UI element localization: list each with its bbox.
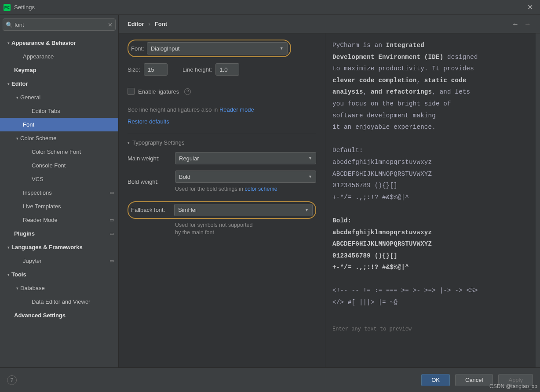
- typography-section[interactable]: ▾ Typography Settings: [128, 133, 316, 146]
- lineheight-label: Line height:: [182, 66, 212, 73]
- clear-search-icon[interactable]: ✕: [108, 22, 113, 28]
- tree-keymap[interactable]: Keymap: [0, 63, 118, 77]
- app-icon: PC: [4, 4, 11, 11]
- lineheight-input[interactable]: [215, 63, 239, 76]
- font-settings-form: Font: DialogInput▼ Size: Line height:: [119, 33, 325, 367]
- preview-text-input[interactable]: [332, 326, 529, 332]
- tree-general[interactable]: ▾General: [0, 91, 118, 104]
- bold-weight-select[interactable]: Bold▼: [175, 171, 316, 183]
- chevron-down-icon: ▾: [5, 245, 11, 250]
- project-scope-icon: ▭: [109, 190, 114, 196]
- main-weight-label: Main weight:: [128, 155, 171, 162]
- tree-appearance[interactable]: Appearance: [0, 50, 118, 63]
- tree-live-templates[interactable]: Live Templates: [0, 200, 118, 213]
- back-button[interactable]: ←: [512, 20, 519, 28]
- project-scope-icon: ▭: [109, 217, 114, 223]
- tree-inspections[interactable]: Inspections▭: [0, 186, 118, 200]
- tree-vcs[interactable]: VCS: [0, 172, 118, 186]
- restore-defaults-link[interactable]: Restore defaults: [128, 118, 316, 125]
- ligatures-checkbox[interactable]: Enable ligatures ?: [128, 88, 316, 95]
- tree-console-font[interactable]: Console Font: [0, 159, 118, 172]
- chevron-down-icon: ▼: [308, 174, 312, 179]
- chevron-down-icon: ▼: [305, 208, 309, 212]
- search-box: 🔍 ✕: [3, 18, 116, 31]
- color-scheme-link[interactable]: color scheme: [244, 186, 277, 192]
- fallback-hint: Used for symbols not supported by the ma…: [175, 221, 316, 237]
- chevron-down-icon: ▾: [14, 95, 20, 100]
- chevron-down-icon: ▾: [5, 272, 11, 277]
- tree-jupyter[interactable]: Jupyter▭: [0, 254, 118, 268]
- breadcrumb-leaf: Font: [155, 21, 167, 27]
- chevron-down-icon: ▾: [5, 41, 11, 45]
- breadcrumb: Editor › Font ← →: [119, 15, 540, 33]
- help-icon[interactable]: ?: [184, 88, 191, 95]
- tree-data-editor-viewer[interactable]: Data Editor and Viewer: [0, 295, 118, 309]
- tree-font[interactable]: Font: [0, 118, 118, 131]
- font-preview: PyCharm is an Integrated Development Env…: [325, 33, 540, 367]
- reader-mode-link[interactable]: Reader mode: [219, 106, 254, 113]
- help-button[interactable]: ?: [7, 375, 17, 385]
- chevron-down-icon: ▼: [308, 156, 312, 160]
- apply-button: Apply: [498, 374, 533, 386]
- tree-reader-mode[interactable]: Reader Mode▭: [0, 213, 118, 227]
- chevron-down-icon: ▾: [5, 82, 11, 86]
- tree-tools[interactable]: ▾Tools: [0, 268, 118, 281]
- tree-appearance-behavior[interactable]: ▾Appearance & Behavior: [0, 36, 118, 50]
- tree-advanced-settings[interactable]: Advanced Settings: [0, 309, 118, 322]
- chevron-down-icon: ▾: [128, 141, 130, 145]
- tree-color-scheme[interactable]: ▾Color Scheme: [0, 131, 118, 145]
- bold-weight-hint: Used for the bold settings in color sche…: [175, 185, 316, 193]
- window-title: Settings: [14, 4, 524, 11]
- fallback-select[interactable]: SimHei▼: [174, 204, 313, 216]
- project-scope-icon: ▭: [109, 231, 114, 236]
- tree-editor-tabs[interactable]: Editor Tabs: [0, 104, 118, 118]
- dialog-footer: ? OK Cancel Apply: [0, 367, 540, 392]
- size-input[interactable]: [144, 63, 168, 76]
- tree-color-scheme-font[interactable]: Color Scheme Font: [0, 145, 118, 159]
- settings-tree: ▾Appearance & Behavior Appearance Keymap…: [0, 34, 118, 367]
- reader-note: See line height and ligatures also in Re…: [128, 106, 316, 113]
- search-icon: 🔍: [6, 22, 13, 28]
- font-label: Font:: [131, 45, 144, 52]
- forward-button: →: [524, 20, 531, 28]
- search-input[interactable]: [15, 22, 108, 28]
- tree-database[interactable]: ▾Database: [0, 281, 118, 295]
- main-weight-select[interactable]: Regular▼: [175, 152, 316, 164]
- sidebar: 🔍 ✕ ▾Appearance & Behavior Appearance Ke…: [0, 15, 119, 367]
- font-highlight: Font: DialogInput▼: [128, 40, 291, 57]
- breadcrumb-root[interactable]: Editor: [128, 21, 144, 27]
- fallback-label: Fallback font:: [131, 207, 171, 213]
- tree-editor[interactable]: ▾Editor: [0, 77, 118, 91]
- chevron-down-icon: ▾: [14, 136, 20, 141]
- chevron-right-icon: ›: [149, 21, 150, 27]
- font-select[interactable]: DialogInput▼: [147, 42, 288, 54]
- chevron-down-icon: ▼: [280, 46, 284, 51]
- tree-languages-frameworks[interactable]: ▾Languages & Frameworks: [0, 240, 118, 254]
- bold-weight-label: Bold weight:: [128, 178, 171, 185]
- tree-plugins[interactable]: Plugins▭: [0, 227, 118, 240]
- checkbox-box: [128, 88, 135, 95]
- fallback-highlight: Fallback font: SimHei▼: [128, 201, 316, 219]
- cancel-button[interactable]: Cancel: [455, 374, 493, 386]
- ok-button[interactable]: OK: [421, 374, 450, 386]
- close-icon[interactable]: ✕: [524, 1, 536, 13]
- titlebar: PC Settings ✕: [0, 0, 540, 15]
- project-scope-icon: ▭: [109, 258, 114, 264]
- chevron-down-icon: ▾: [14, 286, 20, 290]
- size-label: Size:: [128, 66, 140, 73]
